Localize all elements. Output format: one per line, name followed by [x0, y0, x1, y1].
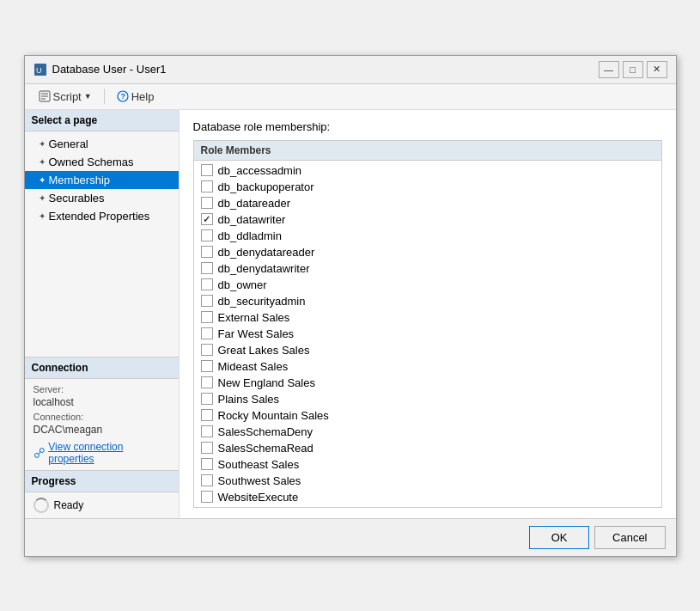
- nav-item-label: Extended Properties: [49, 210, 150, 223]
- role-checkbox-external-sales[interactable]: [201, 311, 213, 323]
- role-label-website-execute: WebsiteExecute: [218, 491, 299, 504]
- main-window: U Database User - User1 — □ ✕ Script ▼: [24, 55, 677, 557]
- role-checkbox-southeast-sales[interactable]: [201, 458, 213, 470]
- window-title: Database User - User1: [52, 63, 167, 76]
- role-item-far-west-sales: Far West Sales: [194, 326, 661, 342]
- role-label-rocky-mountain-sales: Rocky Mountain Sales: [218, 409, 329, 422]
- role-label-db_backupoperator: db_backupoperator: [218, 180, 314, 193]
- footer: OK Cancel: [25, 518, 676, 556]
- role-checkbox-db_denydatawriter[interactable]: [201, 262, 213, 274]
- connection-label: Connection:: [33, 412, 170, 422]
- role-label-sales-schema-deny: SalesSchemaDeny: [218, 425, 313, 438]
- role-item-southwest-sales: Southwest Sales: [194, 473, 661, 489]
- connection-value: DCAC\meagan: [33, 424, 170, 436]
- role-checkbox-southwest-sales[interactable]: [201, 474, 213, 486]
- role-checkbox-far-west-sales[interactable]: [201, 327, 213, 339]
- nav-arrow-icon: ✦: [39, 139, 46, 149]
- svg-line-10: [38, 451, 40, 454]
- close-button[interactable]: ✕: [647, 61, 667, 78]
- role-item-db_accessadmin: db_accessadmin: [194, 162, 661, 179]
- connection-icon: [33, 447, 46, 459]
- role-checkbox-db_ddladmin[interactable]: [201, 229, 213, 241]
- role-item-new-england-sales: New England Sales: [194, 375, 661, 391]
- role-label-great-lakes-sales: Great Lakes Sales: [218, 344, 310, 357]
- maximize-button[interactable]: □: [623, 61, 643, 78]
- nav-item-label: Securables: [49, 192, 105, 205]
- role-list: db_accessadmindb_backupoperatordb_datare…: [194, 161, 661, 507]
- select-page-header: Select a page: [25, 110, 179, 131]
- role-checkbox-db_owner[interactable]: [201, 278, 213, 290]
- help-button[interactable]: ? Help: [112, 89, 160, 105]
- role-label-far-west-sales: Far West Sales: [218, 327, 295, 340]
- view-connection-link[interactable]: View connection properties: [33, 441, 170, 465]
- nav-arrow-icon: ✦: [39, 211, 46, 221]
- right-panel: Database role membership: Role Members d…: [180, 110, 676, 518]
- role-checkbox-db_denydatareader[interactable]: [201, 246, 213, 258]
- help-icon: ?: [117, 90, 129, 102]
- toolbar: Script ▼ ? Help: [25, 84, 676, 110]
- checkmark-icon: ✓: [203, 214, 210, 225]
- left-panel: Select a page ✦General✦Owned Schemas✦Mem…: [25, 110, 180, 518]
- role-checkbox-db_datareader[interactable]: [201, 197, 213, 209]
- role-label-db_datareader: db_datareader: [218, 197, 291, 210]
- role-checkbox-website-execute[interactable]: [201, 491, 213, 503]
- svg-text:?: ?: [120, 92, 125, 101]
- role-checkbox-sales-schema-read[interactable]: [201, 442, 213, 454]
- role-label-db_denydatareader: db_denydatareader: [218, 246, 315, 259]
- role-checkbox-new-england-sales[interactable]: [201, 376, 213, 388]
- script-label: Script: [53, 90, 82, 103]
- nav-item-label: General: [49, 137, 88, 150]
- cancel-button[interactable]: Cancel: [594, 526, 665, 549]
- sidebar-item-general[interactable]: ✦General: [25, 135, 179, 153]
- role-item-db_owner: db_owner: [194, 277, 661, 293]
- role-table-header: Role Members: [194, 141, 661, 161]
- role-checkbox-db_accessadmin[interactable]: [201, 164, 213, 176]
- sidebar-item-owned-schemas[interactable]: ✦Owned Schemas: [25, 153, 179, 171]
- role-checkbox-plains-sales[interactable]: [201, 393, 213, 405]
- role-label-southwest-sales: Southwest Sales: [218, 474, 301, 487]
- role-checkbox-db_backupoperator[interactable]: [201, 180, 213, 192]
- role-item-sales-schema-read: SalesSchemaRead: [194, 440, 661, 456]
- role-item-db_ddladmin: db_ddladmin: [194, 228, 661, 244]
- sidebar-item-extended-properties[interactable]: ✦Extended Properties: [25, 207, 179, 225]
- role-label-db_ddladmin: db_ddladmin: [218, 229, 282, 242]
- role-label-plains-sales: Plains Sales: [218, 393, 280, 406]
- role-label-db_datawriter: db_datawriter: [218, 213, 286, 226]
- role-checkbox-rocky-mountain-sales[interactable]: [201, 409, 213, 421]
- role-checkbox-mideast-sales[interactable]: [201, 360, 213, 372]
- role-membership-label: Database role membership:: [193, 120, 662, 133]
- script-icon: [39, 90, 51, 102]
- title-bar: U Database User - User1 — □ ✕: [25, 56, 676, 84]
- role-item-sales-schema-deny: SalesSchemaDeny: [194, 424, 661, 440]
- role-checkbox-db_datawriter[interactable]: ✓: [201, 213, 213, 225]
- sidebar-item-securables[interactable]: ✦Securables: [25, 189, 179, 207]
- title-bar-left: U Database User - User1: [33, 63, 167, 76]
- sidebar-item-membership[interactable]: ✦Membership: [25, 171, 179, 189]
- ok-button[interactable]: OK: [529, 526, 589, 549]
- role-checkbox-great-lakes-sales[interactable]: [201, 344, 213, 356]
- role-table: Role Members db_accessadmindb_backupoper…: [193, 140, 662, 508]
- connection-body: Server: localhost Connection: DCAC\meaga…: [25, 379, 179, 470]
- server-label: Server:: [33, 384, 170, 394]
- script-button[interactable]: Script ▼: [33, 89, 97, 105]
- role-item-db_datawriter: ✓db_datawriter: [194, 211, 661, 228]
- role-checkbox-db_securityadmin[interactable]: [201, 295, 213, 307]
- role-item-great-lakes-sales: Great Lakes Sales: [194, 342, 661, 358]
- script-dropdown-icon[interactable]: ▼: [84, 92, 92, 101]
- nav-item-label: Membership: [49, 174, 111, 186]
- role-item-southeast-sales: Southeast Sales: [194, 456, 661, 473]
- role-checkbox-sales-schema-deny[interactable]: [201, 425, 213, 437]
- role-label-sales-schema-read: SalesSchemaRead: [218, 442, 313, 455]
- toolbar-separator: [104, 89, 105, 104]
- nav-arrow-icon: ✦: [39, 175, 46, 185]
- role-label-southeast-sales: Southeast Sales: [218, 458, 300, 471]
- progress-section: Progress Ready: [25, 470, 179, 518]
- role-label-mideast-sales: Mideast Sales: [218, 360, 289, 373]
- window-icon: U: [33, 63, 47, 76]
- nav-arrow-icon: ✦: [39, 193, 46, 203]
- connection-header: Connection: [25, 357, 179, 379]
- nav-items: ✦General✦Owned Schemas✦Membership✦Secura…: [25, 131, 179, 357]
- role-label-external-sales: External Sales: [218, 311, 290, 324]
- connection-section: Connection Server: localhost Connection:…: [25, 357, 179, 470]
- minimize-button[interactable]: —: [599, 61, 619, 78]
